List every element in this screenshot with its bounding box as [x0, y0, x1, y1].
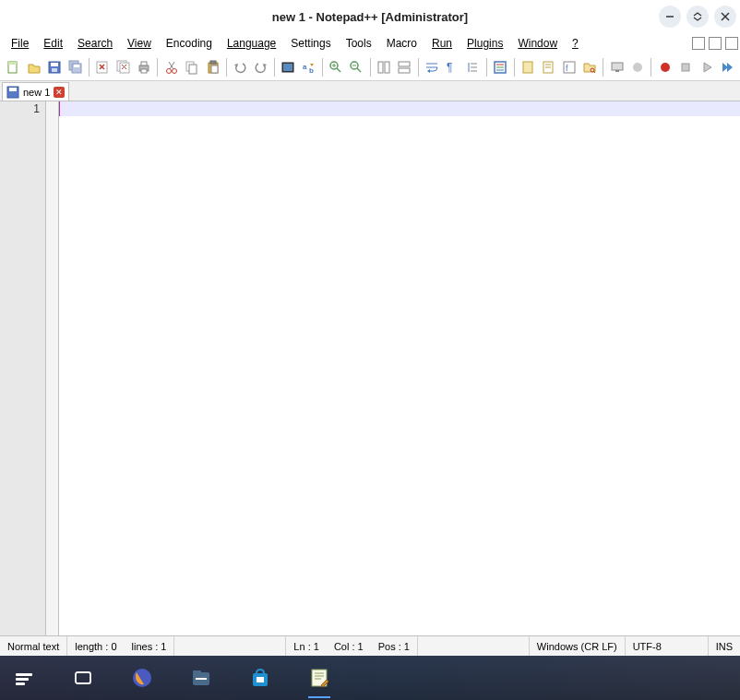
svg-rect-31 [283, 64, 292, 71]
toolbar: ab ¶ f [0, 53, 740, 81]
menu-encoding[interactable]: Encoding [159, 35, 220, 52]
show-all-chars-icon[interactable]: ¶ [443, 57, 462, 77]
svg-point-67 [661, 63, 670, 72]
text-editor[interactable] [59, 101, 740, 635]
start-menu-icon[interactable] [9, 663, 39, 693]
toolbar-separator [603, 58, 603, 77]
window-controls [659, 6, 736, 28]
save-icon[interactable] [45, 57, 65, 77]
minimize-button[interactable] [659, 6, 681, 28]
menubar: File Edit Search View Encoding Language … [0, 33, 740, 53]
files-icon[interactable] [186, 663, 216, 693]
svg-rect-80 [257, 677, 264, 682]
replace-icon[interactable]: ab [299, 57, 318, 77]
zoom-out-icon[interactable] [347, 57, 366, 77]
menu-edit[interactable]: Edit [36, 35, 70, 52]
status-length: length : 0 [67, 636, 124, 656]
taskview-icon[interactable] [68, 663, 98, 693]
cut-icon[interactable] [161, 57, 181, 77]
svg-rect-64 [612, 63, 623, 70]
menu-file[interactable]: File [4, 35, 36, 52]
svg-text:b: b [309, 66, 314, 75]
status-eol[interactable]: Windows (CR LF) [529, 636, 626, 656]
toolbar-separator [89, 58, 90, 77]
statusbar: Normal text length : 0 lines : 1 Ln : 1 … [0, 635, 740, 656]
find-icon[interactable] [279, 57, 298, 77]
menu-plugins[interactable]: Plugins [460, 35, 510, 52]
fold-margin[interactable] [46, 101, 59, 635]
line-number: 1 [6, 101, 40, 116]
menu-tools[interactable]: Tools [339, 35, 379, 52]
svg-line-39 [357, 68, 361, 72]
undo-icon[interactable] [231, 57, 250, 77]
firefox-icon[interactable] [127, 663, 157, 693]
svg-rect-29 [211, 65, 218, 73]
svg-rect-41 [378, 62, 383, 73]
record-disabled-icon[interactable] [628, 57, 648, 77]
svg-line-35 [337, 68, 340, 72]
folder-workspace-icon[interactable] [580, 57, 600, 77]
close-all-icon[interactable] [113, 57, 133, 77]
svg-rect-7 [52, 68, 57, 72]
svg-rect-74 [76, 672, 90, 683]
status-col: Col : 1 [327, 636, 371, 656]
close-button[interactable] [714, 6, 736, 28]
toolbar-separator [274, 58, 275, 77]
menu-settings[interactable]: Settings [283, 35, 338, 52]
svg-rect-43 [399, 62, 410, 66]
paste-icon[interactable] [203, 57, 222, 77]
macro-play-icon[interactable] [697, 57, 716, 77]
copy-icon[interactable] [183, 57, 202, 77]
menu-help[interactable]: ? [565, 35, 586, 52]
tab-new1[interactable]: new 1 ✕ [2, 82, 69, 101]
monitor-icon[interactable] [607, 57, 627, 77]
toolbar-separator [514, 58, 515, 77]
zoom-in-icon[interactable] [327, 57, 346, 77]
svg-rect-20 [141, 69, 147, 73]
svg-rect-26 [189, 65, 197, 74]
tab-label: new 1 [23, 87, 50, 98]
doc-close-button[interactable] [725, 37, 738, 50]
macro-record-icon[interactable] [655, 57, 674, 77]
tab-close-icon[interactable]: ✕ [54, 87, 65, 98]
menu-window[interactable]: Window [510, 35, 565, 52]
svg-rect-28 [210, 61, 216, 64]
doc-minimize-button[interactable] [692, 37, 705, 50]
menu-view[interactable]: View [120, 35, 159, 52]
func-list-icon[interactable]: f [559, 57, 579, 77]
notepadpp-taskbar-icon[interactable] [304, 663, 334, 693]
svg-line-23 [170, 62, 174, 69]
doc-restore-button[interactable] [709, 37, 722, 50]
macro-play-multi-icon[interactable] [718, 57, 737, 77]
line-number-gutter[interactable]: 1 [0, 101, 46, 635]
indent-guide-icon[interactable] [464, 57, 483, 77]
wordwrap-icon[interactable] [423, 57, 442, 77]
svg-rect-6 [51, 63, 58, 66]
menu-language[interactable]: Language [220, 35, 283, 52]
svg-rect-71 [16, 673, 32, 676]
save-all-icon[interactable] [66, 57, 86, 77]
doc-list-icon[interactable] [539, 57, 558, 77]
sync-v-icon[interactable] [375, 57, 394, 77]
udl-icon[interactable] [491, 57, 510, 77]
status-filetype[interactable]: Normal text [0, 636, 67, 656]
sync-h-icon[interactable] [395, 57, 414, 77]
doc-map-icon[interactable] [518, 57, 537, 77]
maximize-button[interactable] [686, 6, 709, 28]
close-file-icon[interactable] [93, 57, 113, 77]
menu-run[interactable]: Run [424, 35, 460, 52]
status-ln: Ln : 1 [285, 636, 327, 656]
open-file-icon[interactable] [25, 57, 44, 77]
redo-icon[interactable] [251, 57, 270, 77]
menu-macro[interactable]: Macro [379, 35, 424, 52]
status-mode[interactable]: INS [709, 636, 740, 656]
status-encoding[interactable]: UTF-8 [626, 636, 709, 656]
toolbar-separator [226, 58, 227, 77]
tabbar: new 1 ✕ [0, 81, 740, 101]
store-icon[interactable] [245, 663, 275, 693]
menu-search[interactable]: Search [70, 35, 120, 52]
new-file-icon[interactable] [4, 57, 23, 77]
file-saved-icon [6, 86, 19, 99]
macro-stop-icon[interactable] [676, 57, 696, 77]
print-icon[interactable] [135, 57, 154, 77]
